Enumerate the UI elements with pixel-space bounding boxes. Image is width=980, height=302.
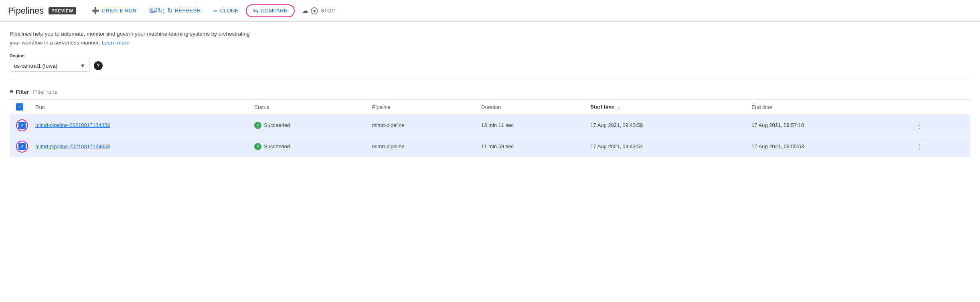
- select-all-checkbox[interactable]: [16, 103, 23, 111]
- filter-placeholder: Filter runs: [33, 89, 57, 95]
- row2-status: Succeeded: [249, 136, 367, 157]
- row1-actions: ⋮: [908, 115, 970, 136]
- divider: [10, 80, 970, 80]
- row1-pipeline: mlmd-pipeline: [367, 115, 476, 136]
- row2-checkbox[interactable]: [18, 143, 26, 150]
- row2-checkbox-cell: [10, 136, 30, 157]
- chevron-down-icon: ▼: [80, 62, 85, 69]
- row2-actions: ⋮: [908, 136, 970, 157]
- row1-duration: 13 min 11 sec: [476, 115, 585, 136]
- header-duration: Duration: [476, 100, 585, 115]
- create-run-button[interactable]: ➕ CREATE RUN: [86, 5, 142, 17]
- filter-icon: ≡: [10, 88, 13, 95]
- region-section: Region us-central1 (Iowa) ▼ ?: [10, 53, 970, 72]
- stop-circle-icon: ■: [311, 7, 318, 14]
- row2-checkbox-circle: [16, 141, 28, 153]
- row1-checkbox-cell: [10, 115, 30, 136]
- header-pipeline: Pipeline: [367, 100, 476, 115]
- row2-start-time: 17 Aug 2021, 09:43:54: [585, 136, 747, 157]
- region-value: us-central1 (Iowa): [14, 63, 77, 69]
- row1-checkbox-circle: [16, 119, 28, 131]
- row1-success-icon: [254, 122, 261, 129]
- clone-icon: ⎓: [213, 8, 217, 14]
- header-start-time[interactable]: Start time ↓: [585, 100, 747, 115]
- region-help-button[interactable]: ?: [94, 61, 103, 70]
- header-checkbox-cell: [10, 100, 30, 115]
- row2-more-button[interactable]: ⋮: [913, 141, 927, 152]
- table-header-row: Run Status Pipeline Duration Start time …: [10, 100, 970, 115]
- row1-status: Succeeded: [249, 115, 367, 136]
- row1-checkbox[interactable]: [18, 122, 26, 129]
- sort-desc-icon: ↓: [618, 104, 620, 111]
- filter-button[interactable]: ≡ Filter: [10, 88, 29, 95]
- header-end-time: End time: [747, 100, 908, 115]
- refresh-icon: &#↻;: [149, 8, 164, 14]
- page-title: Pipelines: [8, 6, 44, 16]
- region-label: Region: [10, 53, 970, 58]
- row2-run: mlmd-pipeline-20210817134353: [30, 136, 249, 157]
- refresh-icon-sym: ↻: [167, 7, 172, 14]
- compare-button[interactable]: ⇆ COMPARE: [246, 4, 295, 17]
- row2-duration: 11 min 59 sec: [476, 136, 585, 157]
- filter-row: ≡ Filter Filter runs: [10, 84, 970, 99]
- row1-start-time: 17 Aug 2021, 09:43:59: [585, 115, 747, 136]
- region-select[interactable]: us-central1 (Iowa) ▼: [10, 60, 90, 72]
- plus-icon: ➕: [91, 8, 99, 14]
- description-text: Pipelines help you to automate, monitor …: [10, 30, 250, 47]
- runs-table: Run Status Pipeline Duration Start time …: [10, 99, 970, 157]
- row2-run-link[interactable]: mlmd-pipeline-20210817134353: [35, 143, 110, 149]
- row1-end-time: 17 Aug 2021, 09:57:10: [747, 115, 908, 136]
- main-content: Pipelines help you to automate, monitor …: [0, 22, 980, 157]
- table-row: mlmd-pipeline-20210817134353 Succeeded m…: [10, 136, 970, 157]
- row1-status-cell: Succeeded: [254, 122, 362, 129]
- row2-status-cell: Succeeded: [254, 143, 362, 150]
- row1-more-button[interactable]: ⋮: [913, 120, 927, 131]
- preview-badge: PREVIEW: [49, 7, 76, 14]
- learn-more-link[interactable]: Learn more: [102, 40, 130, 46]
- clone-button[interactable]: ⎓ CLONE: [208, 5, 244, 17]
- toolbar: Pipelines PREVIEW ➕ CREATE RUN &#↻; ↻ RE…: [0, 0, 980, 22]
- stop-button[interactable]: ☁ ■ STOP: [296, 4, 341, 17]
- row1-run-link[interactable]: mlmd-pipeline-20210817134358: [35, 122, 110, 128]
- row2-success-icon: [254, 143, 261, 150]
- stop-icon: ☁: [302, 8, 308, 14]
- header-status: Status: [249, 100, 367, 115]
- header-actions: [908, 100, 970, 115]
- row1-run: mlmd-pipeline-20210817134358: [30, 115, 249, 136]
- compare-icon: ⇆: [253, 8, 258, 14]
- region-row: us-central1 (Iowa) ▼ ?: [10, 60, 970, 72]
- table-row: mlmd-pipeline-20210817134358 Succeeded m…: [10, 115, 970, 136]
- header-run: Run: [30, 100, 249, 115]
- refresh-button[interactable]: &#↻; ↻ REFRESH: [144, 4, 206, 17]
- row2-pipeline: mlmd-pipeline: [367, 136, 476, 157]
- row2-end-time: 17 Aug 2021, 09:55:53: [747, 136, 908, 157]
